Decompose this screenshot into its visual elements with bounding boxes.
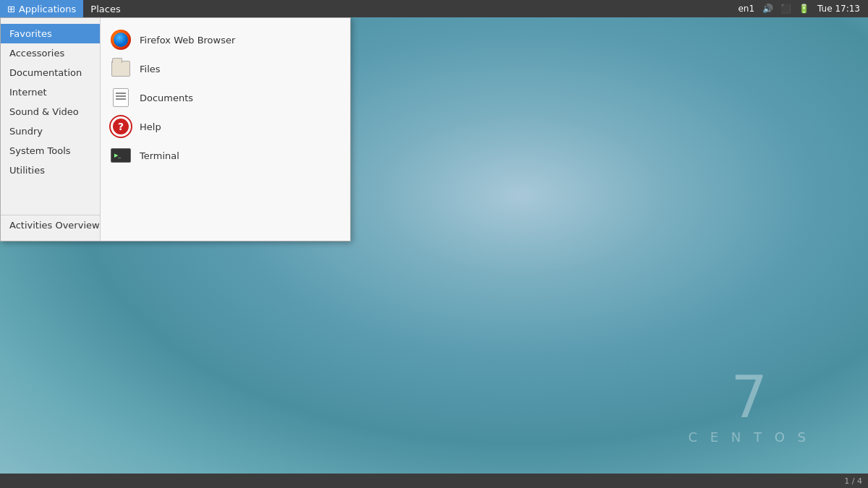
sidebar-item-favorites[interactable]: Favorites bbox=[1, 24, 100, 43]
applications-icon: ⊞ bbox=[7, 4, 15, 14]
menu-bottom: Activities Overview bbox=[1, 215, 100, 235]
display-icon[interactable]: ⬛ bbox=[779, 4, 793, 14]
help-label: Help bbox=[140, 121, 161, 132]
terminal-icon-container bbox=[111, 145, 131, 166]
sidebar-item-system-tools[interactable]: System Tools bbox=[1, 141, 100, 160]
status-bar: 1 / 4 bbox=[0, 474, 868, 488]
panel-left: ⊞ Applications Places bbox=[0, 0, 128, 17]
centos-brand-text: C E N T O S bbox=[688, 429, 810, 445]
app-item-help[interactable]: ? Help bbox=[101, 112, 350, 141]
help-icon: ? bbox=[111, 116, 131, 137]
documents-icon-container bbox=[111, 87, 131, 108]
firefox-icon-container bbox=[111, 30, 131, 50]
menu-content: Firefox Web Browser Files Documents ? He… bbox=[101, 18, 350, 241]
sidebar-item-utilities[interactable]: Utilities bbox=[1, 160, 100, 180]
documents-icon bbox=[113, 88, 129, 107]
sidebar-item-sundry[interactable]: Sundry bbox=[1, 121, 100, 141]
centos-version-number: 7 bbox=[688, 369, 810, 427]
sidebar-item-activities-overview[interactable]: Activities Overview bbox=[1, 215, 100, 235]
places-menu-button[interactable]: Places bbox=[83, 0, 127, 17]
app-item-documents[interactable]: Documents bbox=[101, 83, 350, 112]
terminal-label: Terminal bbox=[140, 150, 179, 161]
firefox-icon bbox=[111, 30, 131, 50]
workspace-indicator: 1 / 4 bbox=[844, 476, 862, 486]
clock: Tue 17:13 bbox=[815, 4, 862, 14]
app-item-terminal[interactable]: Terminal bbox=[101, 141, 350, 170]
help-icon-container: ? bbox=[111, 116, 131, 137]
files-icon-container bbox=[111, 59, 131, 79]
applications-menu-button[interactable]: ⊞ Applications bbox=[0, 0, 83, 17]
sidebar-item-internet[interactable]: Internet bbox=[1, 82, 100, 102]
documents-label: Documents bbox=[140, 93, 193, 103]
volume-icon[interactable]: 🔊 bbox=[761, 4, 775, 14]
menu-sidebar: Favorites Accessories Documentation Inte… bbox=[1, 18, 101, 241]
centos-watermark: 7 C E N T O S bbox=[688, 369, 810, 445]
sidebar-item-documentation[interactable]: Documentation bbox=[1, 63, 100, 82]
network-indicator: en1 bbox=[736, 4, 757, 14]
files-label: Files bbox=[140, 64, 161, 74]
app-item-firefox[interactable]: Firefox Web Browser bbox=[101, 25, 350, 54]
application-menu: Favorites Accessories Documentation Inte… bbox=[0, 17, 351, 241]
applications-label: Applications bbox=[19, 4, 76, 14]
top-panel: ⊞ Applications Places en1 🔊 ⬛ 🔋 Tue 17:1… bbox=[0, 0, 868, 17]
terminal-icon bbox=[111, 148, 131, 163]
places-label: Places bbox=[90, 4, 120, 14]
files-icon bbox=[111, 61, 130, 77]
sidebar-item-accessories[interactable]: Accessories bbox=[1, 43, 100, 63]
panel-right: en1 🔊 ⬛ 🔋 Tue 17:13 bbox=[736, 4, 868, 14]
desktop: ⊞ Applications Places en1 🔊 ⬛ 🔋 Tue 17:1… bbox=[0, 0, 868, 488]
battery-icon[interactable]: 🔋 bbox=[797, 4, 811, 14]
app-item-files[interactable]: Files bbox=[101, 54, 350, 83]
firefox-label: Firefox Web Browser bbox=[140, 35, 235, 46]
sidebar-item-sound-video[interactable]: Sound & Video bbox=[1, 102, 100, 121]
